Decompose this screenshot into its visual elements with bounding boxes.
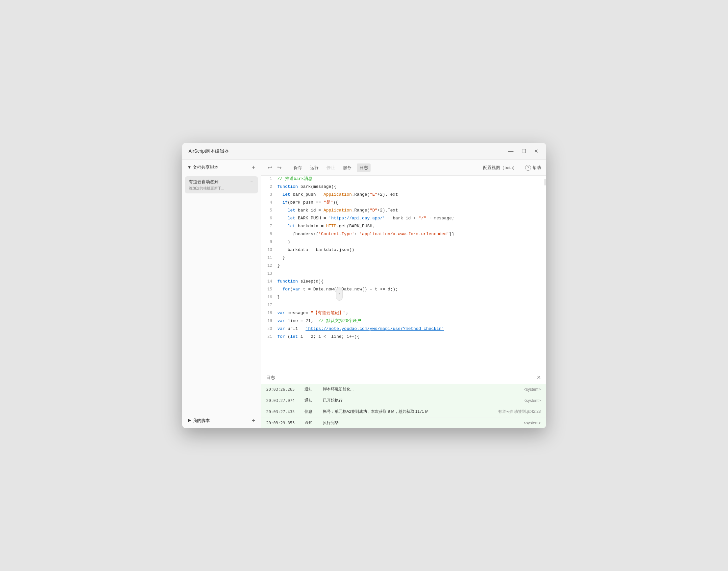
line-number-20: 20 <box>261 326 277 332</box>
log-source-3: 有道云自动签到.js:42:23 <box>498 409 540 415</box>
script-item-youdao[interactable]: 有道云自动签到 雅加达的核桃更新于... ··· <box>185 176 258 194</box>
code-editor-wrapper: 1 // 推送bark消息 2 function bark(message){ … <box>261 176 546 371</box>
code-line-16: 16 } <box>261 294 546 302</box>
main-layout: ▼ 文档共享脚本 + 有道云自动签到 雅加达的核桃更新于... ··· ▶ 我的… <box>182 160 546 428</box>
my-scripts-section: ▶ 我的脚本 + <box>182 413 261 428</box>
service-button[interactable]: 服务 <box>340 163 354 172</box>
line-number-9: 9 <box>261 239 277 245</box>
editor-area: ‹ ↩ ↪ 保存 运行 停止 服务 日志 配置视图（beta） ? 帮助 <box>261 160 546 428</box>
line-number-8: 8 <box>261 231 277 237</box>
log-title: 日志 <box>266 375 275 380</box>
shared-scripts-label: ▼ 文档共享脚本 <box>188 164 218 170</box>
sidebar-collapse-button[interactable]: ‹ <box>336 288 343 301</box>
add-shared-script-button[interactable]: + <box>252 164 255 170</box>
line-number-12: 12 <box>261 262 277 269</box>
log-time-4: 20:03:29.853 <box>266 421 299 425</box>
line-number-4: 4 <box>261 199 277 206</box>
line-number-17: 17 <box>261 302 277 309</box>
line-number-1: 1 <box>261 176 277 182</box>
line-number-16: 16 <box>261 294 277 301</box>
close-button[interactable]: ✕ <box>533 147 539 155</box>
log-source-4: <system> <box>523 421 540 425</box>
line-number-2: 2 <box>261 184 277 190</box>
log-type-1: 通知 <box>305 386 318 392</box>
line-number-19: 19 <box>261 318 277 324</box>
log-row-2: 20:03:27.074 通知 已开始执行 <system> <box>261 395 546 406</box>
line-content-14: function sleep(d){ <box>277 278 546 285</box>
save-button[interactable]: 保存 <box>291 163 305 172</box>
line-content-20: var url1 = 'https://note.youdao.com/yws/… <box>277 326 546 333</box>
scroll-indicator <box>544 179 545 186</box>
log-close-button[interactable]: ✕ <box>536 374 541 380</box>
log-type-4: 通知 <box>305 420 318 426</box>
code-line-13: 13 <box>261 270 546 278</box>
script-title: 有道云自动签到 <box>189 179 249 185</box>
maximize-button[interactable]: ☐ <box>520 147 527 155</box>
script-more-button[interactable]: ··· <box>249 179 254 184</box>
code-line-7: 7 let barkdata = HTTP.get(BARK_PUSH, <box>261 223 546 231</box>
log-msg-3: 帐号：单元格A2签到成功，本次获取 9 M，总共获取 1171 M <box>323 409 493 415</box>
line-content-13 <box>277 270 546 277</box>
line-number-18: 18 <box>261 310 277 316</box>
stop-button[interactable]: 停止 <box>324 163 338 172</box>
line-number-21: 21 <box>261 334 277 340</box>
code-line-6: 6 let BARK_PUSH = 'https://api.day.app/'… <box>261 215 546 223</box>
line-number-15: 15 <box>261 286 277 293</box>
code-line-15: 15 for(var t = Date.now();Date.now() - t… <box>261 286 546 294</box>
toolbar: ↩ ↪ 保存 运行 停止 服务 日志 配置视图（beta） ? 帮助 <box>261 160 546 176</box>
script-item-text: 有道云自动签到 雅加达的核桃更新于... <box>189 179 249 191</box>
code-line-20: 20 var url1 = 'https://note.youdao.com/y… <box>261 326 546 334</box>
log-button[interactable]: 日志 <box>357 163 371 172</box>
run-button[interactable]: 运行 <box>308 163 321 172</box>
line-content-21: for (let i = 2; i <= line; i++){ <box>277 334 546 340</box>
log-type-2: 通知 <box>305 398 318 403</box>
title-bar: AirScript脚本编辑器 — ☐ ✕ <box>182 143 546 160</box>
line-content-16: } <box>277 294 546 301</box>
help-section[interactable]: ? 帮助 <box>525 165 541 171</box>
code-line-11: 11 } <box>261 255 546 262</box>
line-number-3: 3 <box>261 192 277 198</box>
line-content-11: } <box>277 255 546 261</box>
main-window: AirScript脚本编辑器 — ☐ ✕ ▼ 文档共享脚本 + 有道云自动签到 … <box>182 143 546 428</box>
redo-button[interactable]: ↪ <box>276 163 283 172</box>
window-title: AirScript脚本编辑器 <box>189 148 229 154</box>
script-subtitle: 雅加达的核桃更新于... <box>189 186 241 191</box>
line-number-10: 10 <box>261 247 277 253</box>
log-row-1: 20:03:26.265 通知 脚本环境初始化... <system> <box>261 384 546 395</box>
code-line-14: 14 function sleep(d){ <box>261 278 546 286</box>
line-content-19: var line = 21; // 默认支持20个账户 <box>277 318 546 325</box>
add-my-script-button[interactable]: + <box>252 418 255 424</box>
my-scripts-label: ▶ 我的脚本 <box>188 418 210 424</box>
line-content-15: for(var t = Date.now();Date.now() - t <=… <box>277 286 546 293</box>
code-line-9: 9 ) <box>261 239 546 247</box>
line-number-7: 7 <box>261 223 277 230</box>
sidebar: ▼ 文档共享脚本 + 有道云自动签到 雅加达的核桃更新于... ··· ▶ 我的… <box>182 160 261 428</box>
config-button[interactable]: 配置视图（beta） <box>480 163 519 172</box>
code-line-12: 12 } <box>261 262 546 270</box>
minimize-button[interactable]: — <box>507 147 515 155</box>
code-line-1: 1 // 推送bark消息 <box>261 176 546 184</box>
line-content-3: let bark_push = Application.Range("E"+2)… <box>277 192 546 198</box>
log-type-3: 信息 <box>305 409 318 415</box>
toolbar-separator-1 <box>287 164 287 171</box>
code-line-5: 5 let bark_id = Application.Range("D"+2)… <box>261 207 546 215</box>
log-msg-4: 执行完毕 <box>323 420 518 426</box>
help-label: 帮助 <box>532 165 541 171</box>
line-number-5: 5 <box>261 207 277 214</box>
code-line-2: 2 function bark(message){ <box>261 184 546 192</box>
code-editor[interactable]: 1 // 推送bark消息 2 function bark(message){ … <box>261 176 546 371</box>
line-content-17 <box>277 302 546 309</box>
log-header: 日志 ✕ <box>261 371 546 384</box>
log-msg-1: 脚本环境初始化... <box>323 386 518 392</box>
log-time-3: 20:03:27.435 <box>266 410 299 414</box>
log-time-1: 20:03:26.265 <box>266 387 299 392</box>
line-content-18: var message= "【有道云笔记】"; <box>277 310 546 317</box>
line-content-4: if(bark_push == "是"){ <box>277 199 546 206</box>
line-content-12: } <box>277 262 546 269</box>
line-content-9: ) <box>277 239 546 246</box>
shared-scripts-section: ▼ 文档共享脚本 + <box>182 160 261 175</box>
undo-button[interactable]: ↩ <box>266 163 273 172</box>
log-time-2: 20:03:27.074 <box>266 398 299 403</box>
line-number-13: 13 <box>261 270 277 277</box>
code-line-4: 4 if(bark_push == "是"){ <box>261 199 546 207</box>
